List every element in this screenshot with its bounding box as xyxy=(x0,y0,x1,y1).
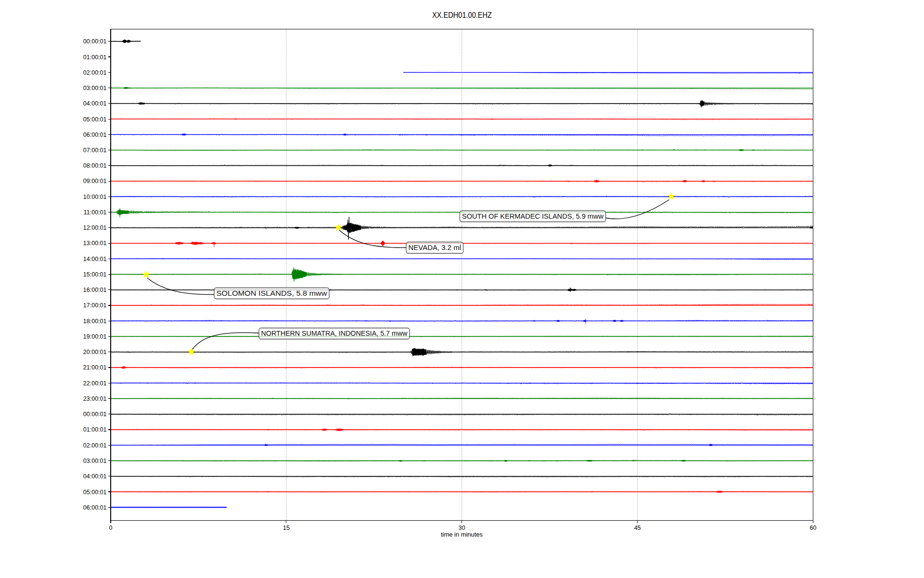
svg-text:11:00:01: 11:00:01 xyxy=(84,209,107,216)
svg-text:06:00:01: 06:00:01 xyxy=(83,504,107,511)
svg-text:15:00:01: 15:00:01 xyxy=(83,271,107,278)
svg-text:SOLOMON ISLANDS, 5.8 mww: SOLOMON ISLANDS, 5.8 mww xyxy=(217,289,328,297)
svg-text:03:00:01: 03:00:01 xyxy=(83,458,107,464)
svg-text:00:00:01: 00:00:01 xyxy=(83,38,107,45)
svg-text:SOUTH OF KERMADEC ISLANDS, 5.9: SOUTH OF KERMADEC ISLANDS, 5.9 mww xyxy=(462,212,604,220)
svg-text:15: 15 xyxy=(283,525,290,531)
svg-text:08:00:01: 08:00:01 xyxy=(83,162,107,169)
svg-text:09:00:01: 09:00:01 xyxy=(83,178,107,184)
svg-text:02:00:01: 02:00:01 xyxy=(83,69,107,76)
svg-text:01:00:01: 01:00:01 xyxy=(83,426,107,433)
svg-text:time in minutes: time in minutes xyxy=(441,531,483,538)
svg-text:04:00:01: 04:00:01 xyxy=(83,473,107,480)
svg-text:12:00:01: 12:00:01 xyxy=(83,224,107,231)
svg-text:01:00:01: 01:00:01 xyxy=(83,54,107,61)
svg-text:19:00:01: 19:00:01 xyxy=(83,333,107,340)
svg-text:00:00:01: 00:00:01 xyxy=(83,411,107,418)
svg-text:60: 60 xyxy=(810,525,817,531)
svg-text:NEVADA, 3.2 ml: NEVADA, 3.2 ml xyxy=(409,244,462,251)
svg-text:05:00:01: 05:00:01 xyxy=(83,489,107,496)
svg-text:20:00:01: 20:00:01 xyxy=(83,349,107,355)
svg-text:0: 0 xyxy=(109,525,113,531)
svg-text:30: 30 xyxy=(459,525,465,531)
svg-text:16:00:01: 16:00:01 xyxy=(83,287,107,293)
svg-text:22:00:01: 22:00:01 xyxy=(83,380,107,387)
svg-text:18:00:01: 18:00:01 xyxy=(83,318,107,325)
svg-text:14:00:01: 14:00:01 xyxy=(83,256,107,263)
svg-text:07:00:01: 07:00:01 xyxy=(83,147,107,154)
svg-text:45: 45 xyxy=(634,525,641,531)
svg-text:02:00:01: 02:00:01 xyxy=(83,442,107,449)
svg-text:21:00:01: 21:00:01 xyxy=(83,364,107,371)
svg-text:10:00:01: 10:00:01 xyxy=(83,194,107,200)
svg-text:04:00:01: 04:00:01 xyxy=(83,100,107,107)
svg-text:03:00:01: 03:00:01 xyxy=(83,85,107,92)
svg-text:06:00:01: 06:00:01 xyxy=(83,131,107,138)
svg-text:17:00:01: 17:00:01 xyxy=(83,302,107,309)
svg-text:05:00:01: 05:00:01 xyxy=(83,116,107,123)
svg-text:23:00:01: 23:00:01 xyxy=(83,395,107,402)
svg-text:13:00:01: 13:00:01 xyxy=(83,240,107,247)
svg-text:NORTHERN SUMATRA, INDONESIA, 5: NORTHERN SUMATRA, INDONESIA, 5.7 mww xyxy=(261,329,408,337)
svg-text:XX.EDH01.00.EHZ: XX.EDH01.00.EHZ xyxy=(432,11,492,19)
